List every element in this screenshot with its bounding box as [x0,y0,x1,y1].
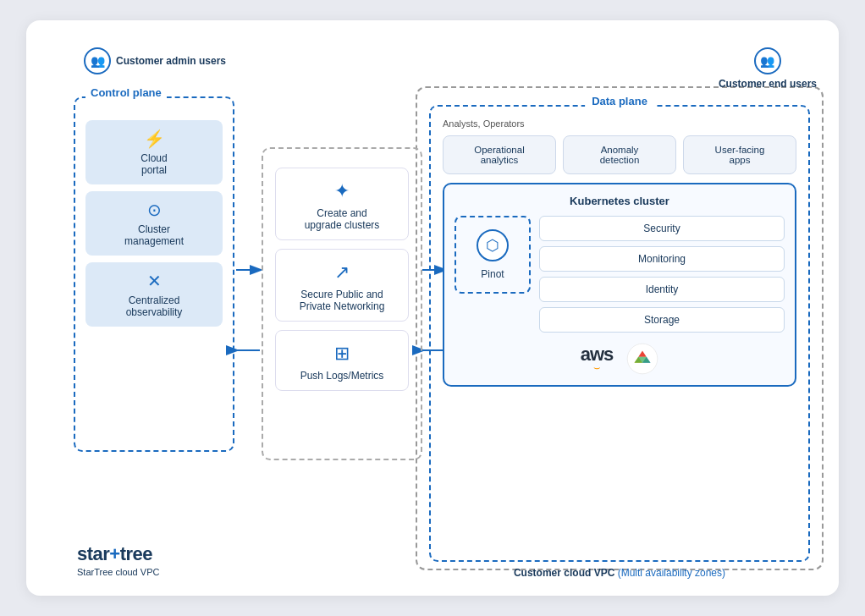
cloud-logos: aws ⌣ [455,343,785,375]
k8s-label: Kubernetes cluster [455,195,785,207]
secure-networking-item: ↗ Secure Public andPrivate Networking [275,249,409,322]
end-user-badge: 👥 Customer end users [719,47,817,90]
create-upgrade-label: Create andupgrade clusters [284,207,399,231]
end-user-label: Customer end users [719,78,817,90]
gcp-logo [626,343,658,375]
data-plane-label: Data plane [585,95,654,107]
cluster-mgmt-icon: ⊙ [94,200,214,220]
operational-analytics-chip: Operationalanalytics [443,135,556,174]
main-card: Control plane 👥 Customer admin users ⚡ C… [26,20,839,596]
cluster-mgmt-label: Clustermanagement [94,223,214,247]
admin-user-icon: 👥 [84,47,111,74]
control-plane-box: Control plane 👥 Customer admin users ⚡ C… [74,96,234,452]
k8s-services: Security Monitoring Identity Storage [539,216,785,333]
end-user-icon: 👥 [754,47,781,74]
vpc-sub: (Multi availability zones) [618,567,725,579]
pinot-label: Pinot [481,268,504,280]
centralized-obs-label: Centralizedobservability [94,294,214,318]
create-upgrade-item: ✦ Create andupgrade clusters [275,168,409,240]
startree-vpc-label: StarTree cloud VPC [77,567,159,577]
centralized-obs-icon: ✕ [94,271,214,291]
security-chip: Security [539,216,785,241]
anomaly-detection-chip: Anomalydetection [563,135,676,174]
pinot-icon: ⬡ [477,229,509,261]
push-logs-item: ⊞ Push Logs/Metrics [275,330,409,391]
pinot-box: ⬡ Pinot [455,216,531,294]
secure-networking-label: Secure Public andPrivate Networking [284,289,399,312]
startree-logo: star+tree StarTree cloud VPC [77,543,159,577]
monitoring-chip: Monitoring [539,246,785,272]
k8s-box: Kubernetes cluster ⬡ Pinot Security Moni… [443,183,796,387]
analysts-label: Analysts, Operators [443,118,796,129]
top-chips-row: Operationalanalytics Anomalydetection Us… [443,135,796,174]
k8s-inner: ⬡ Pinot Security Monitoring Identity Sto… [455,216,785,333]
storage-chip: Storage [539,307,785,333]
aws-logo: aws ⌣ [581,344,614,374]
user-facing-apps-chip: User-facingapps [683,135,796,174]
middle-box: ✦ Create andupgrade clusters ↗ Secure Pu… [262,147,422,460]
create-upgrade-icon: ✦ [284,180,399,202]
centralized-obs-item: ✕ Centralizedobservability [85,262,223,327]
startree-text: star+tree [77,543,159,565]
push-logs-icon: ⊞ [284,343,399,365]
vpc-label: Customer cloud VPC (Multi availability z… [514,567,725,579]
identity-chip: Identity [539,277,785,302]
push-logs-label: Push Logs/Metrics [284,370,399,382]
secure-networking-icon: ↗ [284,261,399,283]
cloud-portal-icon: ⚡ [94,129,214,149]
cloud-portal-label: Cloudportal [94,152,214,176]
admin-user-label: Customer admin users [116,55,226,67]
control-plane-label: Control plane [85,86,167,99]
cloud-portal-item: ⚡ Cloudportal [85,120,223,184]
data-plane-box: Data plane 👥 Customer end users Analysts… [429,105,810,562]
cluster-mgmt-item: ⊙ Clustermanagement [85,191,223,256]
customer-admin-badge: 👥 Customer admin users [84,47,226,74]
